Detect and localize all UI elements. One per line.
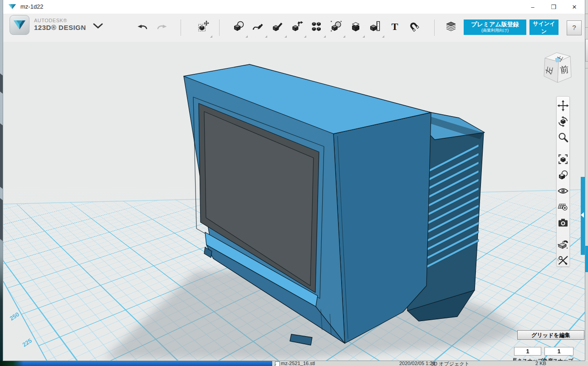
app-window: mz-1d22 – ❒ ✕ AUTODESK® 123D® DESIGN T bbox=[3, 0, 585, 361]
tool-combine-button[interactable] bbox=[330, 20, 342, 32]
maximize-button[interactable]: ❒ bbox=[543, 0, 564, 14]
measure-icon bbox=[369, 20, 381, 32]
monitor-top-trim-line bbox=[186, 79, 331, 136]
snap-box-icon bbox=[557, 239, 569, 250]
tool-snap-button[interactable] bbox=[408, 20, 420, 32]
svg-text:T: T bbox=[392, 21, 398, 32]
file-size: 2 KB bbox=[535, 361, 546, 366]
material-icon bbox=[350, 20, 362, 32]
grid-visibility-icon bbox=[557, 201, 569, 213]
view-tool-screenshot-button[interactable] bbox=[557, 217, 569, 229]
background-shape bbox=[0, 361, 24, 366]
view-tool-shaded-view-button[interactable] bbox=[557, 169, 569, 181]
divider bbox=[585, 27, 588, 28]
brand-123d-design: 123D® DESIGN bbox=[34, 24, 86, 31]
zoom-icon bbox=[557, 132, 569, 143]
visibility-icon bbox=[557, 185, 569, 197]
tool-text-button[interactable]: T bbox=[389, 20, 401, 32]
grid-edit-button[interactable]: グリッドを編集 bbox=[517, 330, 584, 340]
file-type: 3D オブジェクト bbox=[431, 361, 470, 366]
close-button[interactable]: ✕ bbox=[564, 0, 585, 14]
ruler-off-icon bbox=[557, 254, 569, 266]
angle-snap-label: 角度スナップ bbox=[542, 357, 574, 361]
tool-sketch-button[interactable] bbox=[252, 20, 264, 32]
premium-register-button[interactable]: プレミアム版登録 (商業利用向け) bbox=[464, 20, 526, 35]
brand-autodesk: AUTODESK® bbox=[34, 18, 86, 24]
file-explorer-row: mz-2521_16.stl 2020/02/05 1:28 3D オブジェクト… bbox=[272, 361, 588, 366]
fit-icon bbox=[557, 153, 569, 165]
help-button[interactable]: ? bbox=[567, 20, 582, 35]
pattern-icon bbox=[311, 20, 323, 32]
monitor-top-face bbox=[184, 64, 431, 134]
screen: { "window": { "title": "mz-1d22", "contr… bbox=[0, 0, 588, 366]
tool-redo-button[interactable] bbox=[156, 21, 168, 33]
background-shape bbox=[0, 122, 3, 191]
view-toolbar bbox=[556, 96, 570, 267]
view-tool-pan-button[interactable] bbox=[557, 100, 569, 112]
background-bottom-strip: mz-2521_16.stl 2020/02/05 1:28 3D オブジェクト… bbox=[0, 361, 588, 366]
length-snap-label: 長さスナップ bbox=[512, 357, 544, 361]
grid-axis-label-250: 250 bbox=[9, 311, 20, 322]
view-tool-orbit-button[interactable] bbox=[557, 116, 569, 127]
angle-snap-input[interactable] bbox=[544, 347, 573, 356]
background-shape bbox=[0, 197, 3, 243]
tool-material-button[interactable] bbox=[350, 20, 362, 32]
transform-icon bbox=[197, 20, 209, 32]
background-shape bbox=[0, 73, 3, 96]
toolbar-separator bbox=[181, 20, 181, 36]
orbit-icon bbox=[557, 116, 569, 127]
toolbar-separator bbox=[219, 20, 220, 36]
view-tool-grid-visibility-button[interactable] bbox=[557, 201, 569, 213]
viewport-3d[interactable]: 250 225 bbox=[3, 42, 585, 361]
toolbar-separator bbox=[434, 20, 435, 36]
tool-primitives-button[interactable] bbox=[233, 20, 245, 32]
premium-label: プレミアム版登録 bbox=[466, 21, 524, 28]
background-window-left-sliver bbox=[0, 0, 3, 366]
view-tool-zoom-button[interactable] bbox=[557, 132, 569, 143]
primitives-icon bbox=[233, 20, 245, 32]
background-window-right-sliver bbox=[585, 0, 588, 361]
text-icon: T bbox=[389, 20, 401, 32]
tool-construct-button[interactable] bbox=[272, 20, 284, 32]
signin-button[interactable]: サインイン bbox=[529, 20, 559, 35]
file-name: mz-2521_16.stl bbox=[281, 361, 315, 366]
redo-icon bbox=[156, 21, 168, 33]
pan-icon bbox=[557, 100, 569, 112]
panel-expand-handle[interactable] bbox=[581, 177, 585, 255]
undo-icon bbox=[137, 21, 148, 33]
tool-modify-button[interactable] bbox=[291, 20, 303, 32]
brand-text: AUTODESK® 123D® DESIGN bbox=[34, 18, 86, 31]
viewcube-front-label: 前 bbox=[559, 64, 569, 75]
shade-icon bbox=[557, 169, 569, 181]
app-logo-icon bbox=[10, 15, 29, 35]
stl-file-icon bbox=[275, 361, 280, 366]
length-snap-input[interactable] bbox=[514, 347, 541, 356]
titlebar[interactable]: mz-1d22 – ❒ ✕ bbox=[3, 0, 585, 14]
monitor-rear-hood-shade bbox=[405, 109, 484, 139]
divider bbox=[585, 68, 588, 68]
viewcube[interactable]: 上 左 前 bbox=[541, 49, 574, 89]
menu-chevron-icon[interactable] bbox=[93, 23, 103, 29]
screenshot-icon bbox=[557, 217, 569, 229]
view-tool-ruler-disable-button[interactable] bbox=[557, 254, 569, 266]
tool-undo-button[interactable] bbox=[137, 21, 148, 33]
background-window-titlebar bbox=[0, 361, 272, 366]
view-tool-snap-settings-button[interactable] bbox=[557, 239, 569, 250]
monitor-top-trim-line bbox=[189, 83, 328, 139]
grid-axis-label-225: 225 bbox=[21, 337, 33, 348]
tool-transform-button[interactable] bbox=[197, 20, 209, 32]
file-date: 2020/02/05 1:28 bbox=[399, 361, 436, 366]
monitor-rear-hood-top bbox=[403, 107, 485, 140]
minimize-button[interactable]: – bbox=[522, 0, 543, 14]
view-tool-fit-view-button[interactable] bbox=[557, 153, 569, 165]
tool-measure-button[interactable] bbox=[369, 20, 381, 32]
grid-fade bbox=[3, 187, 585, 223]
main-toolbar: AUTODESK® 123D® DESIGN T プレミアム版登録 (商業利用向… bbox=[3, 14, 585, 42]
snap-icon bbox=[408, 20, 420, 32]
view-tool-visibility-button[interactable] bbox=[557, 185, 569, 197]
tool-layers-button[interactable] bbox=[445, 20, 457, 32]
modify-icon bbox=[291, 20, 303, 32]
tool-pattern-button[interactable] bbox=[311, 20, 323, 32]
construct-icon bbox=[272, 20, 284, 32]
app-menu-button[interactable] bbox=[10, 15, 29, 35]
